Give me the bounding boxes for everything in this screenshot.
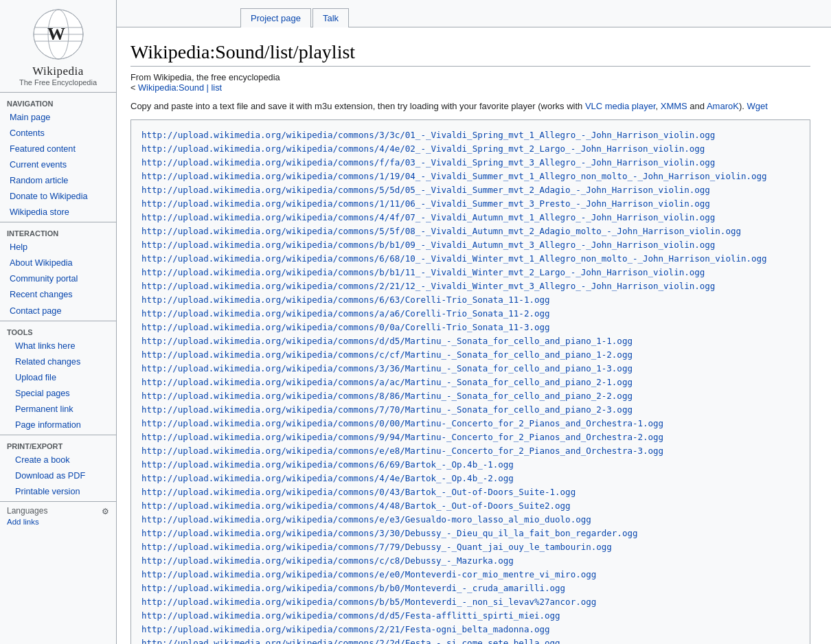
- playlist-url[interactable]: http://upload.wikimedia.org/wikipedia/co…: [141, 609, 799, 623]
- playlist-url[interactable]: http://upload.wikimedia.org/wikipedia/co…: [141, 472, 799, 485]
- article-content: Wikipedia:Sound/list/playlist From Wikip…: [117, 27, 831, 644]
- playlist-url[interactable]: http://upload.wikimedia.org/wikipedia/co…: [141, 430, 799, 444]
- gear-icon[interactable]: ⚙: [102, 507, 109, 516]
- sidebar-item-about[interactable]: About Wikipedia: [0, 255, 116, 271]
- playlist-url[interactable]: http://upload.wikimedia.org/wikipedia/co…: [141, 321, 799, 334]
- wget-link[interactable]: Wget: [747, 101, 767, 111]
- sidebar: W Wikipedia The Free Encyclopedia Naviga…: [0, 0, 117, 644]
- playlist-url[interactable]: http://upload.wikimedia.org/wikipedia/co…: [141, 183, 799, 197]
- navigation-section: Navigation Main page Contents Featured c…: [0, 93, 116, 222]
- playlist-url[interactable]: http://upload.wikimedia.org/wikipedia/co…: [141, 279, 799, 293]
- sidebar-item-download-pdf[interactable]: Download as PDF: [0, 468, 116, 484]
- sidebar-item-store[interactable]: Wikipedia store: [0, 205, 116, 220]
- intro-text: Copy and paste into a text file and save…: [130, 101, 810, 111]
- print-section: Print/export Create a book Download as P…: [0, 435, 116, 502]
- sidebar-item-page-info[interactable]: Page information: [0, 417, 116, 433]
- navigation-section-title: Navigation: [0, 95, 116, 110]
- tab-project-page[interactable]: Project page: [240, 8, 311, 27]
- interaction-section: Interaction Help About Wikipedia Communi…: [0, 222, 116, 321]
- playlist-url[interactable]: http://upload.wikimedia.org/wikipedia/co…: [141, 389, 799, 403]
- languages-section: Languages ⚙ Add links: [0, 502, 116, 531]
- playlist-url[interactable]: http://upload.wikimedia.org/wikipedia/co…: [141, 485, 799, 499]
- page-title: Wikipedia:Sound/list/playlist: [130, 41, 810, 67]
- playlist-box: http://upload.wikimedia.org/wikipedia/co…: [130, 119, 810, 644]
- from-wikipedia: From Wikipedia, the free encyclopedia: [130, 72, 810, 82]
- xmms-link[interactable]: XMMS: [661, 101, 687, 111]
- sidebar-item-create-book[interactable]: Create a book: [0, 452, 116, 468]
- sidebar-item-donate[interactable]: Donate to Wikipedia: [0, 189, 116, 205]
- sidebar-item-contents[interactable]: Contents: [0, 126, 116, 141]
- sidebar-item-help[interactable]: Help: [0, 240, 116, 255]
- tools-section: Tools What links here Related changes Up…: [0, 321, 116, 435]
- playlist-url[interactable]: http://upload.wikimedia.org/wikipedia/co…: [141, 499, 799, 513]
- sidebar-item-upload[interactable]: Upload file: [0, 370, 116, 386]
- playlist-url[interactable]: http://upload.wikimedia.org/wikipedia/co…: [141, 540, 799, 554]
- playlist-url[interactable]: http://upload.wikimedia.org/wikipedia/co…: [141, 293, 799, 307]
- sidebar-item-contact[interactable]: Contact page: [0, 303, 116, 319]
- playlist-url[interactable]: http://upload.wikimedia.org/wikipedia/co…: [141, 444, 799, 458]
- tabs-bar: Project page Talk: [117, 0, 831, 27]
- playlist-url[interactable]: http://upload.wikimedia.org/wikipedia/co…: [141, 582, 799, 595]
- sidebar-item-featured[interactable]: Featured content: [0, 141, 116, 157]
- sidebar-item-what-links[interactable]: What links here: [0, 338, 116, 354]
- sidebar-item-main-page[interactable]: Main page: [0, 110, 116, 126]
- tools-section-title: Tools: [0, 324, 116, 338]
- playlist-url[interactable]: http://upload.wikimedia.org/wikipedia/co…: [141, 513, 799, 527]
- playlist-url[interactable]: http://upload.wikimedia.org/wikipedia/co…: [141, 238, 799, 252]
- playlist-url[interactable]: http://upload.wikimedia.org/wikipedia/co…: [141, 156, 799, 170]
- wikipedia-logo: W: [31, 7, 86, 62]
- interaction-section-title: Interaction: [0, 225, 116, 240]
- tab-talk[interactable]: Talk: [312, 8, 349, 27]
- breadcrumb: < Wikipedia:Sound | list: [130, 82, 810, 93]
- playlist-url[interactable]: http://upload.wikimedia.org/wikipedia/co…: [141, 527, 799, 540]
- site-title: Wikipedia: [32, 65, 84, 78]
- playlist-url[interactable]: http://upload.wikimedia.org/wikipedia/co…: [141, 376, 799, 389]
- logo-container: W Wikipedia The Free Encyclopedia: [0, 0, 116, 93]
- languages-title: Languages: [7, 506, 47, 516]
- playlist-url[interactable]: http://upload.wikimedia.org/wikipedia/co…: [141, 252, 799, 266]
- vlc-link[interactable]: VLC media player: [585, 101, 656, 111]
- breadcrumb-prefix: <: [130, 82, 138, 93]
- amarok-link[interactable]: AmaroK: [707, 101, 739, 111]
- playlist-url[interactable]: http://upload.wikimedia.org/wikipedia/co…: [141, 417, 799, 430]
- playlist-url[interactable]: http://upload.wikimedia.org/wikipedia/co…: [141, 197, 799, 211]
- playlist-url[interactable]: http://upload.wikimedia.org/wikipedia/co…: [141, 211, 799, 225]
- playlist-url[interactable]: http://upload.wikimedia.org/wikipedia/co…: [141, 266, 799, 279]
- playlist-url[interactable]: http://upload.wikimedia.org/wikipedia/co…: [141, 636, 799, 644]
- site-subtitle: The Free Encyclopedia: [19, 78, 97, 87]
- sidebar-item-special[interactable]: Special pages: [0, 386, 116, 402]
- playlist-url[interactable]: http://upload.wikimedia.org/wikipedia/co…: [141, 225, 799, 238]
- playlist-url[interactable]: http://upload.wikimedia.org/wikipedia/co…: [141, 362, 799, 376]
- playlist-url[interactable]: http://upload.wikimedia.org/wikipedia/co…: [141, 170, 799, 183]
- playlist-url[interactable]: http://upload.wikimedia.org/wikipedia/co…: [141, 142, 799, 156]
- playlist-url[interactable]: http://upload.wikimedia.org/wikipedia/co…: [141, 568, 799, 582]
- svg-text:W: W: [47, 24, 65, 44]
- sidebar-item-recent-changes[interactable]: Recent changes: [0, 287, 116, 303]
- playlist-url[interactable]: http://upload.wikimedia.org/wikipedia/co…: [141, 307, 799, 321]
- breadcrumb-link[interactable]: Wikipedia:Sound | list: [138, 82, 222, 93]
- add-links[interactable]: Add links: [7, 518, 39, 526]
- playlist-url[interactable]: http://upload.wikimedia.org/wikipedia/co…: [141, 458, 799, 472]
- playlist-url[interactable]: http://upload.wikimedia.org/wikipedia/co…: [141, 334, 799, 348]
- playlist-url[interactable]: http://upload.wikimedia.org/wikipedia/co…: [141, 128, 799, 142]
- main-content: Project page Talk Wikipedia:Sound/list/p…: [117, 0, 831, 644]
- sidebar-item-related-changes[interactable]: Related changes: [0, 354, 116, 370]
- playlist-url[interactable]: http://upload.wikimedia.org/wikipedia/co…: [141, 403, 799, 417]
- sidebar-item-permanent[interactable]: Permanent link: [0, 402, 116, 417]
- sidebar-item-community[interactable]: Community portal: [0, 271, 116, 287]
- sidebar-item-random[interactable]: Random article: [0, 173, 116, 189]
- sidebar-item-current-events[interactable]: Current events: [0, 157, 116, 173]
- playlist-url[interactable]: http://upload.wikimedia.org/wikipedia/co…: [141, 595, 799, 609]
- playlist-url[interactable]: http://upload.wikimedia.org/wikipedia/co…: [141, 348, 799, 362]
- playlist-url[interactable]: http://upload.wikimedia.org/wikipedia/co…: [141, 623, 799, 636]
- sidebar-item-printable[interactable]: Printable version: [0, 484, 116, 500]
- playlist-url[interactable]: http://upload.wikimedia.org/wikipedia/co…: [141, 554, 799, 568]
- print-section-title: Print/export: [0, 438, 116, 452]
